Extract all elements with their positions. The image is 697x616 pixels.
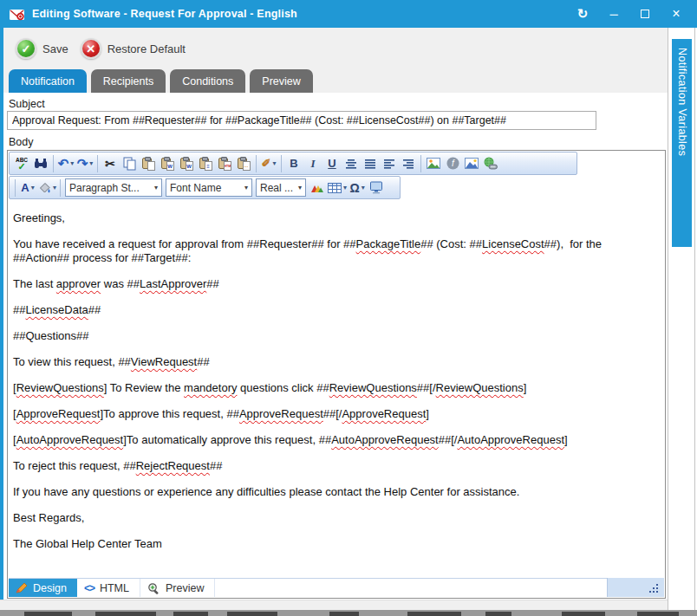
paste-word-clean-icon: W: [180, 156, 193, 171]
restore-default-button[interactable]: ✕ Restore Default: [81, 38, 186, 59]
redo-icon: ↷: [77, 156, 88, 172]
chevron-down-icon: ▾: [154, 184, 158, 191]
notification-variables-tab[interactable]: Notification Variables: [672, 39, 692, 247]
cut-button[interactable]: ✂: [101, 154, 120, 173]
titlebar: Editing Software - Request For Approval …: [0, 0, 697, 28]
underline-icon: U: [328, 157, 335, 170]
copy-button[interactable]: [120, 154, 139, 173]
media-button[interactable]: [367, 178, 386, 198]
paste-plain-text-button[interactable]: ≡: [196, 154, 215, 173]
body-paragraph: You have received a request for approval…: [13, 237, 659, 264]
align-center-button[interactable]: [342, 154, 361, 173]
paste-from-word-clean-button[interactable]: W: [177, 154, 196, 173]
font-size-select[interactable]: Real ... ▾: [256, 178, 306, 197]
paste-html-icon: HTML: [218, 156, 231, 171]
tab-design[interactable]: Design: [9, 579, 77, 597]
body-paragraph: Greetings,: [13, 211, 659, 225]
body-paragraph: To view this request, ##ViewRequest##: [13, 355, 659, 369]
paste-special-icon: ⋯: [238, 156, 251, 171]
tab-preview[interactable]: Preview: [250, 69, 312, 93]
special-character-button[interactable]: Ω ▾: [348, 178, 367, 198]
italic-button[interactable]: I: [303, 154, 322, 173]
resize-grip[interactable]: [648, 583, 660, 593]
insert-flash-button[interactable]: f: [443, 154, 462, 173]
notification-panel: Subject Body ABC ✓: [3, 93, 668, 600]
table-icon: [328, 183, 342, 193]
flash-icon: f: [446, 157, 459, 170]
paste-text-icon: ≡: [199, 156, 212, 171]
body-label: Body: [9, 136, 34, 148]
editor-toolbar-row2: A ▾ ▾ Paragraph St... ▾ Font Name: [9, 176, 401, 199]
font-name-select[interactable]: Font Name ▾: [166, 178, 252, 197]
redo-button[interactable]: ↷ ▾: [75, 154, 94, 173]
code-icon: <>: [84, 582, 94, 594]
refresh-icon[interactable]: ↻: [567, 0, 598, 28]
font-color-button[interactable]: A ▾: [18, 178, 37, 198]
paste-word-icon: W: [161, 156, 174, 171]
body-paragraph: The Global Help Center Team: [13, 537, 659, 551]
scissors-icon: ✂: [105, 157, 115, 171]
subject-label: Subject: [9, 98, 45, 110]
editor-resize-area: [607, 578, 664, 597]
editor-mode-strip: Design <> HTML Preview: [9, 578, 664, 597]
image-editor-button[interactable]: [462, 154, 481, 173]
omega-icon: Ω: [349, 181, 359, 195]
hyperlink-button[interactable]: [481, 154, 500, 173]
spellcheck-icon: ABC ✓: [16, 157, 28, 171]
italic-icon: I: [310, 157, 315, 171]
font-color-icon: A: [21, 181, 29, 194]
tab-notification[interactable]: Notification: [9, 69, 87, 93]
image-icon: [427, 158, 440, 169]
paste-html-button[interactable]: HTML: [215, 154, 234, 173]
subject-input[interactable]: [7, 111, 596, 130]
paragraph-style-select[interactable]: Paragraph St... ▾: [65, 178, 162, 197]
tab-conditions[interactable]: Conditions: [170, 69, 245, 93]
color-palette-button[interactable]: [308, 178, 327, 198]
binoculars-icon: [34, 158, 48, 170]
paste-special-button[interactable]: ⋯: [234, 154, 253, 173]
tab-recipients[interactable]: Recipients: [91, 69, 166, 93]
format-painter-button[interactable]: ✐ ▾: [259, 154, 278, 173]
format-painter-icon: ✐: [262, 157, 271, 170]
save-button[interactable]: ✓ Save: [16, 38, 68, 59]
find-button[interactable]: [31, 154, 50, 173]
command-toolbar: ✓ Save ✕ Restore Default: [3, 28, 668, 69]
body-paragraph: ##LicenseData##: [13, 303, 659, 317]
body-paragraph: [ApproveRequest]To approve this request,…: [13, 407, 659, 421]
underline-button[interactable]: U: [322, 154, 342, 173]
magnifier-icon: [147, 582, 160, 594]
paste-button[interactable]: [139, 154, 158, 173]
align-left-icon: [383, 159, 395, 169]
image-edit-icon: [465, 158, 479, 169]
align-left-button[interactable]: [380, 154, 399, 173]
bold-button[interactable]: B: [284, 154, 303, 173]
restore-x-icon: ✕: [81, 38, 101, 59]
close-icon[interactable]: ×: [661, 0, 692, 28]
align-right-button[interactable]: [399, 154, 418, 173]
monitor-icon: [369, 181, 383, 194]
save-check-icon: ✓: [16, 38, 36, 59]
align-right-icon: [402, 159, 414, 169]
minimize-icon[interactable]: ─: [598, 0, 629, 28]
paste-from-word-button[interactable]: W: [158, 154, 177, 173]
spellcheck-button[interactable]: ABC ✓: [12, 154, 31, 173]
editor-body[interactable]: Greetings,You have received a request fo…: [9, 200, 664, 579]
background-color-button[interactable]: ▾: [37, 178, 57, 198]
chevron-down-icon: ▾: [244, 184, 248, 191]
copy-icon: [123, 157, 136, 171]
palette-icon: [310, 182, 324, 193]
rich-text-editor: ABC ✓ ↶ ▾ ↷ ▾: [7, 150, 666, 599]
tab-editor-preview[interactable]: Preview: [140, 579, 215, 597]
undo-icon: ↶: [58, 156, 69, 172]
body-paragraph: [AutoApproveRequest]To automatically app…: [13, 433, 659, 447]
justify-icon: [364, 159, 376, 169]
insert-image-button[interactable]: [424, 154, 443, 173]
undo-button[interactable]: ↶ ▾: [56, 154, 75, 173]
justify-button[interactable]: [361, 154, 380, 173]
insert-table-button[interactable]: ▾: [327, 178, 348, 198]
body-paragraph: If you have any questions or experience …: [13, 485, 659, 499]
body-paragraph: The last approver was ##LastApprover##: [13, 277, 659, 291]
maximize-icon[interactable]: [629, 0, 661, 28]
tab-html[interactable]: <> HTML: [77, 579, 140, 597]
body-paragraph: ##Questions##: [13, 329, 659, 343]
